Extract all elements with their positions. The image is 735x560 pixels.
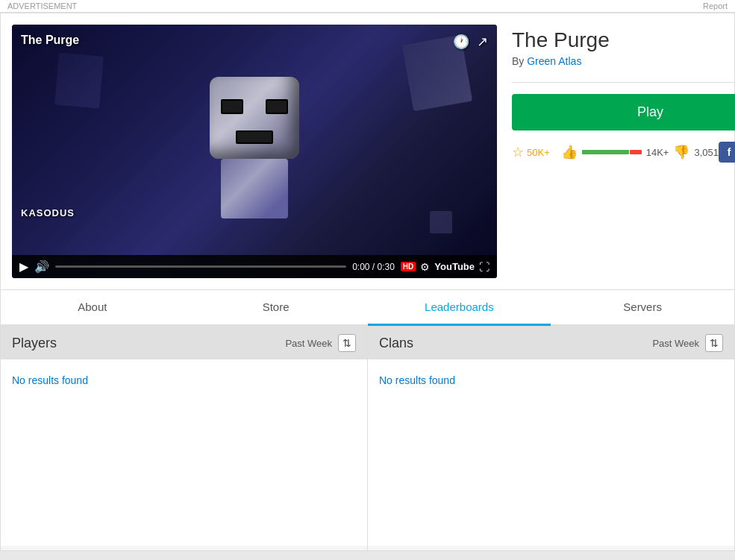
facebook-button[interactable]: f	[719, 142, 735, 163]
rating-row: ☆ 50K+ 👍 14K+ 👎 3,051	[512, 142, 735, 163]
author-prefix: By	[512, 55, 524, 67]
players-sort-button[interactable]: ⇅	[338, 334, 356, 352]
social-icons: f t g+	[719, 142, 735, 163]
clans-header: Clans Past Week ⇅	[368, 327, 734, 359]
character-eye-left	[221, 99, 243, 114]
tab-leaderboards[interactable]: Leaderboards	[368, 290, 551, 326]
game-title: The Purge	[512, 28, 735, 52]
play-button[interactable]: Play	[512, 94, 735, 130]
video-thumbnail: The Purge 🕐 ↗ KASODUS	[12, 25, 497, 278]
thumb-down-button[interactable]: 👎	[673, 144, 689, 160]
players-title: Players	[12, 336, 57, 351]
clans-controls: Past Week ⇅	[652, 334, 723, 352]
thumbs-down-count: 3,051	[694, 147, 719, 158]
clans-no-results: No results found	[379, 374, 455, 386]
watermark-label: KASODUS	[21, 207, 75, 218]
roblox-icon: ⚙	[420, 261, 430, 273]
clans-period: Past Week	[652, 338, 699, 349]
clans-sort-button[interactable]: ⇅	[705, 334, 723, 352]
video-controls-bar: ▶ 🔊 0:00 / 0:30 HD ⚙ YouTube ⛶	[12, 255, 497, 278]
players-body: No results found	[1, 359, 367, 546]
bar-red	[630, 150, 642, 154]
main-content: The Purge 🕐 ↗ KASODUS ▶ 🔊 0:00 / 0:30	[0, 13, 735, 551]
players-period: Past Week	[285, 338, 332, 349]
star-icon: ☆	[512, 144, 524, 160]
game-info: The Purge By Green Atlas Play ☆ 50K+ 👍	[512, 25, 735, 278]
video-container[interactable]: The Purge 🕐 ↗ KASODUS ▶ 🔊 0:00 / 0:30	[12, 25, 497, 278]
character-eye-right	[266, 99, 288, 114]
video-time-display: 0:00 / 0:30	[352, 262, 395, 272]
rating-bar	[582, 150, 642, 154]
bar-green	[582, 150, 629, 154]
tab-about[interactable]: About	[1, 290, 184, 326]
tabs-bar: About Store Leaderboards Servers	[1, 290, 734, 326]
game-author: By Green Atlas	[512, 55, 735, 67]
rating-left: ☆ 50K+ 👍 14K+ 👎 3,051	[512, 144, 719, 160]
players-no-results: No results found	[12, 374, 88, 386]
video-share-icon[interactable]: ↗	[477, 34, 488, 50]
author-link[interactable]: Green Atlas	[527, 55, 581, 67]
clans-panel: Clans Past Week ⇅ No results found	[367, 327, 734, 550]
game-character	[180, 77, 329, 241]
character-head	[210, 77, 299, 159]
players-panel: Players Past Week ⇅ No results found	[1, 327, 367, 550]
thumb-up-button[interactable]: 👍	[561, 144, 578, 160]
clans-title: Clans	[379, 336, 413, 351]
character-body	[221, 159, 288, 218]
video-top-controls: 🕐 ↗	[453, 34, 488, 50]
hd-badge: HD	[401, 262, 416, 271]
star-rating[interactable]: ☆ 50K+	[512, 144, 550, 160]
report-label[interactable]: Report	[703, 1, 728, 10]
top-bar: ADVERTISEMENT Report	[0, 0, 735, 13]
play-pause-button[interactable]: ▶	[19, 259, 28, 274]
video-right-controls: HD ⚙ YouTube ⛶	[401, 261, 490, 273]
advertisement-label: ADVERTISEMENT	[7, 1, 77, 10]
star-count: 50K+	[527, 147, 550, 158]
tab-servers[interactable]: Servers	[551, 290, 734, 326]
video-progress-bar[interactable]	[55, 265, 346, 268]
video-clock-icon[interactable]: 🕐	[453, 34, 469, 50]
game-section: The Purge 🕐 ↗ KASODUS ▶ 🔊 0:00 / 0:30	[1, 13, 734, 289]
players-header: Players Past Week ⇅	[1, 327, 367, 359]
volume-button[interactable]: 🔊	[34, 259, 49, 274]
separator	[512, 82, 735, 83]
fullscreen-button[interactable]: ⛶	[479, 261, 490, 273]
players-controls: Past Week ⇅	[285, 334, 356, 352]
thumbs-up-count: 14K+	[646, 147, 669, 158]
clans-body: No results found	[368, 359, 734, 546]
tab-store[interactable]: Store	[184, 290, 368, 326]
video-title-overlay: The Purge	[21, 34, 79, 47]
character-mouth	[236, 130, 273, 144]
tabs-section: About Store Leaderboards Servers	[1, 289, 734, 327]
leaderboard-section: Players Past Week ⇅ No results found Cla…	[1, 327, 734, 550]
thumbs-section: 👍 14K+ 👎 3,051	[561, 144, 719, 160]
youtube-badge[interactable]: YouTube	[434, 261, 475, 272]
